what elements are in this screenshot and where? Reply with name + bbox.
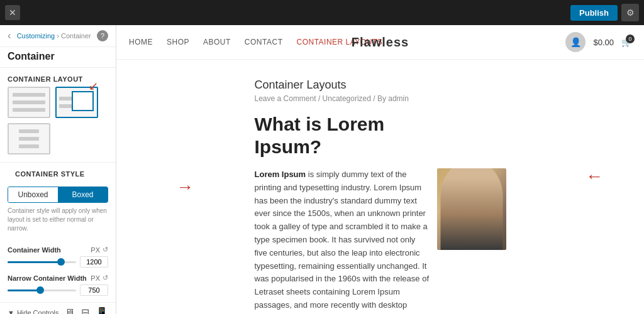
article-body-text: is simply dummy text of the printing and…: [255, 170, 430, 310]
nav-links: HOME SHOP ABOUT CONTACT CONTAINER LAYOUT…: [129, 38, 382, 46]
refresh-icon[interactable]: ↺: [103, 246, 108, 254]
right-side-panel: [519, 60, 645, 314]
narrow-width-slider-row: [8, 284, 108, 296]
article-body: Lorem Ipsum is simply dummy text of the …: [255, 168, 506, 312]
sidebar-header: ‹ Customizing › Container ?: [0, 25, 116, 47]
container-width-row: Container Width PX ↺: [8, 246, 108, 254]
avatar[interactable]: 👤: [565, 32, 586, 52]
container-width-label: Container Width: [8, 246, 61, 254]
nav-contact[interactable]: CONTACT: [245, 38, 283, 46]
narrow-width-label: Narrow Container Width: [8, 274, 87, 282]
site-title: Flawless: [352, 35, 409, 50]
breadcrumb-customizing[interactable]: Customizing: [17, 32, 55, 40]
article-title-small: Container Layouts: [255, 78, 506, 92]
boxed-button[interactable]: Boxed: [58, 187, 108, 202]
narrow-refresh-icon[interactable]: ↺: [103, 274, 108, 282]
page-content: → ← Container Layouts Leave a Comment / …: [116, 60, 644, 314]
info-icon[interactable]: ?: [97, 30, 108, 41]
publish-button[interactable]: Publish: [570, 5, 618, 21]
breadcrumb-section: Container: [61, 32, 91, 40]
sidebar-title: Container: [0, 47, 116, 68]
nav-bar: HOME SHOP ABOUT CONTACT CONTAINER LAYOUT…: [116, 25, 644, 60]
width-section: Container Width PX ↺ Narrow Container Wi…: [0, 239, 116, 302]
container-width-unit: PX ↺: [91, 246, 108, 254]
slider-fill: [8, 261, 61, 263]
container-width-slider-row: [8, 256, 108, 268]
article-image: [437, 168, 506, 250]
container-layout-label: Container Layout: [0, 68, 116, 87]
content-area: HOME SHOP ABOUT CONTACT CONTAINER LAYOUT…: [116, 25, 644, 314]
narrow-width-row: Narrow Container Width PX ↺: [8, 274, 108, 282]
hide-controls-label: Hide Controls: [17, 309, 59, 315]
close-button[interactable]: ✕: [5, 5, 20, 20]
layout-thumb-normal[interactable]: [8, 87, 50, 118]
nav-shop[interactable]: SHOP: [167, 38, 189, 46]
sidebar: ‹ Customizing › Container ? Container Co…: [0, 25, 116, 314]
article-text: Lorem Ipsum is simply dummy text of the …: [255, 168, 430, 312]
cart-price: $0.00: [593, 38, 614, 47]
article-heading-line2: Ipsum?: [255, 136, 322, 157]
cart-icon-wrap[interactable]: 🛒 0: [621, 38, 631, 47]
tablet-icon-button[interactable]: ⊟: [81, 306, 89, 314]
nav-about[interactable]: ABOUT: [203, 38, 231, 46]
top-bar-right: Publish ⚙: [570, 4, 639, 21]
gear-button[interactable]: ⚙: [621, 4, 639, 21]
nav-home[interactable]: HOME: [129, 38, 153, 46]
title-text: Container: [8, 51, 55, 62]
left-arrow: →: [176, 177, 194, 197]
style-note: Container style will apply only when lay…: [8, 207, 108, 233]
article-image-person: [440, 168, 502, 250]
unboxed-button[interactable]: Unboxed: [8, 187, 58, 202]
sidebar-footer: ▼ Hide Controls 🖥 ⊟ 📱: [0, 302, 116, 314]
layout-thumb-boxed[interactable]: ↙: [55, 87, 98, 118]
article-heading-line1: What is Lorem: [255, 114, 385, 134]
hide-controls-icon: ▼: [8, 309, 14, 315]
container-style-label: Container Style: [8, 163, 108, 181]
hide-controls-button[interactable]: ▼ Hide Controls: [8, 309, 59, 315]
style-buttons: Unboxed Boxed: [8, 187, 108, 203]
narrow-width-slider[interactable]: [8, 290, 76, 291]
cart-badge: 0: [626, 35, 635, 43]
narrow-width-unit: PX ↺: [91, 274, 108, 282]
article-heading: What is Lorem Ipsum?: [255, 113, 506, 158]
unit-px: PX: [91, 246, 100, 254]
footer-icons: 🖥 ⊟ 📱: [65, 306, 108, 314]
article-meta: Leave a Comment / Uncategorized / By adm…: [255, 94, 506, 103]
article-wrap: Container Layouts Leave a Comment / Unca…: [242, 60, 519, 314]
nav-right: 👤 $0.00 🛒 0: [565, 32, 631, 52]
back-arrow[interactable]: ‹: [8, 30, 11, 41]
thumb-arrow: ↙: [89, 79, 98, 93]
breadcrumb-sep: ›: [57, 32, 61, 40]
top-bar-left: ✕: [5, 5, 20, 20]
gear-icon: ⚙: [626, 8, 635, 18]
main-layout: ‹ Customizing › Container ? Container Co…: [0, 25, 644, 314]
close-icon: ✕: [9, 8, 16, 18]
desktop-icon-button[interactable]: 🖥: [65, 306, 75, 314]
layout-thumbs: ↙: [0, 87, 116, 162]
narrow-slider-fill: [8, 290, 40, 291]
container-width-slider[interactable]: [8, 261, 76, 263]
container-style-section: Container Style Unboxed Boxed Container …: [0, 162, 116, 239]
layout-thumb-narrow[interactable]: [8, 123, 50, 154]
container-width-input[interactable]: [80, 256, 108, 268]
article-bold: Lorem Ipsum: [255, 170, 306, 179]
narrow-unit-px: PX: [91, 274, 100, 282]
narrow-width-input[interactable]: [80, 284, 108, 296]
mobile-icon-button[interactable]: 📱: [96, 306, 108, 314]
narrow-slider-thumb[interactable]: [36, 286, 44, 294]
top-bar: ✕ Publish ⚙: [0, 0, 644, 25]
right-arrow: ←: [586, 166, 603, 187]
slider-thumb[interactable]: [57, 258, 65, 266]
breadcrumb: Customizing › Container: [17, 32, 91, 40]
